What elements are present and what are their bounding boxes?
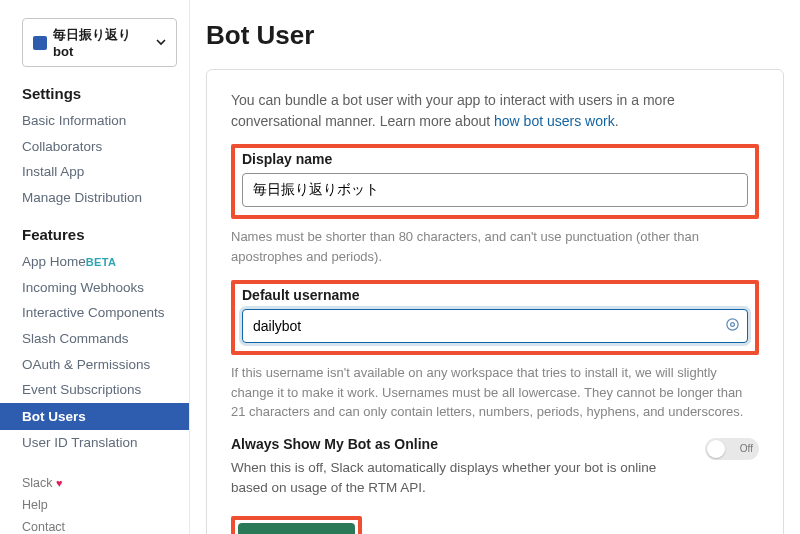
always-online-toggle[interactable]: Off — [705, 438, 759, 460]
footer-link-slack[interactable]: Slack ♥ — [22, 472, 177, 494]
page-title: Bot User — [206, 20, 784, 51]
footer-link-help[interactable]: Help — [22, 494, 177, 516]
sidebar-item-collaborators[interactable]: Collaborators — [22, 134, 177, 160]
toggle-off-label: Off — [740, 443, 753, 454]
app-selector-name: 毎日振り返りbot — [53, 26, 150, 59]
display-name-highlight: Display name — [231, 144, 759, 219]
sidebar-item-install-app[interactable]: Install App — [22, 159, 177, 185]
footer-link-contact[interactable]: Contact — [22, 516, 177, 534]
sidebar-item-bot-users[interactable]: Bot Users — [0, 403, 189, 431]
sidebar-section-settings: Settings — [22, 85, 177, 102]
default-username-help: If this username isn't available on any … — [231, 363, 759, 422]
app-icon — [33, 36, 47, 50]
sidebar: 毎日振り返りbot Settings Basic Information Col… — [0, 0, 190, 534]
beta-badge: BETA — [86, 256, 116, 268]
default-username-highlight: Default username — [231, 280, 759, 355]
add-bot-user-highlight: Add Bot User — [231, 516, 362, 534]
heart-icon: ♥ — [56, 477, 63, 489]
display-name-label: Display name — [242, 151, 748, 167]
suggestion-icon — [725, 317, 740, 335]
display-name-input[interactable] — [242, 173, 748, 207]
main-content: Bot User You can bundle a bot user with … — [190, 0, 800, 534]
sidebar-item-incoming-webhooks[interactable]: Incoming Webhooks — [22, 275, 177, 301]
app-selector[interactable]: 毎日振り返りbot — [22, 18, 177, 67]
sidebar-item-app-home[interactable]: App HomeBETA — [22, 249, 177, 275]
default-username-label: Default username — [242, 287, 748, 303]
how-bot-users-work-link[interactable]: how bot users work — [494, 113, 615, 129]
sidebar-item-slash-commands[interactable]: Slash Commands — [22, 326, 177, 352]
sidebar-item-user-id-translation[interactable]: User ID Translation — [22, 430, 177, 456]
sidebar-item-oauth-permissions[interactable]: OAuth & Permissions — [22, 352, 177, 378]
always-online-title: Always Show My Bot as Online — [231, 436, 691, 452]
sidebar-section-features: Features — [22, 226, 177, 243]
bot-user-card: You can bundle a bot user with your app … — [206, 69, 784, 534]
chevron-down-icon — [156, 35, 166, 50]
svg-point-1 — [731, 323, 735, 327]
sidebar-footer: Slack ♥ Help Contact Policies Our Blog — [22, 472, 177, 534]
always-online-row: Always Show My Bot as Online When this i… — [231, 436, 759, 499]
default-username-input[interactable] — [242, 309, 748, 343]
sidebar-item-manage-distribution[interactable]: Manage Distribution — [22, 185, 177, 211]
always-online-desc: When this is off, Slack automatically di… — [231, 458, 691, 499]
toggle-knob — [707, 440, 725, 458]
intro-text: You can bundle a bot user with your app … — [231, 90, 759, 132]
sidebar-item-event-subscriptions[interactable]: Event Subscriptions — [22, 377, 177, 403]
sidebar-item-basic-information[interactable]: Basic Information — [22, 108, 177, 134]
add-bot-user-button[interactable]: Add Bot User — [238, 523, 355, 534]
display-name-help: Names must be shorter than 80 characters… — [231, 227, 759, 266]
sidebar-item-interactive-components[interactable]: Interactive Components — [22, 300, 177, 326]
svg-point-0 — [727, 319, 738, 330]
